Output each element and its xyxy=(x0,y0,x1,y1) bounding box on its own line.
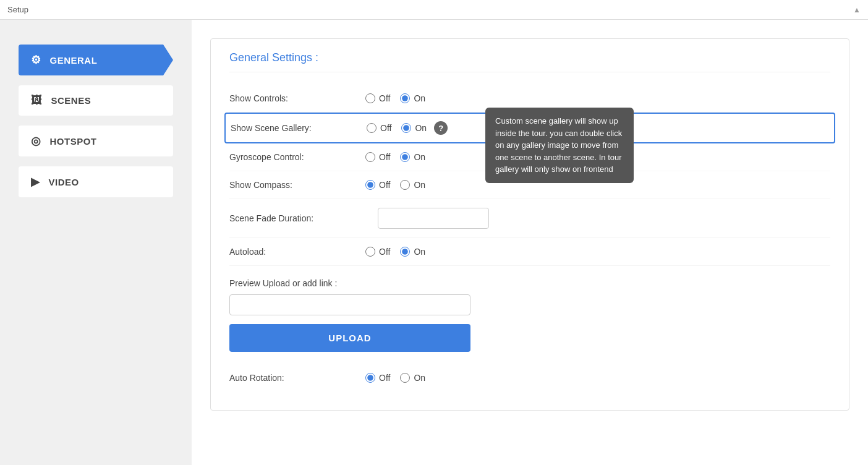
show-compass-off-radio[interactable] xyxy=(365,180,375,190)
app-title: Setup xyxy=(7,5,28,14)
show-compass-on-radio[interactable] xyxy=(400,180,410,190)
preview-upload-section: Preview Upload or add link : UPLOAD xyxy=(229,266,830,358)
auto-rotation-on-radio[interactable] xyxy=(400,373,410,383)
sidebar-label-scenes: SCENES xyxy=(51,95,91,106)
show-controls-on-label: On xyxy=(414,93,425,103)
fade-duration-label: Scene Fade Duration: xyxy=(229,213,365,223)
autoload-on-radio[interactable] xyxy=(400,247,410,257)
show-scene-gallery-on-label: On xyxy=(415,123,427,133)
gyroscope-off-radio[interactable] xyxy=(365,152,375,162)
scene-gallery-tooltip: Custom scene gallery will show up inside… xyxy=(485,108,634,183)
show-compass-label: Show Compass: xyxy=(229,180,365,190)
autoload-label: Autoload: xyxy=(229,247,365,257)
gyroscope-off-label: Off xyxy=(379,152,390,162)
sidebar-item-video[interactable]: ▶ VIDEO xyxy=(19,166,173,197)
sidebar-label-video: VIDEO xyxy=(49,177,79,187)
preview-upload-label: Preview Upload or add link : xyxy=(229,278,830,288)
gyroscope-off-option[interactable]: Off xyxy=(365,152,390,162)
gyroscope-label: Gyroscope Control: xyxy=(229,152,365,162)
target-icon: ◎ xyxy=(31,134,41,148)
show-compass-on-label: On xyxy=(414,180,425,190)
settings-card: General Settings : Show Controls: Off On xyxy=(210,38,849,411)
show-controls-radio-group: Off On xyxy=(365,93,425,103)
sidebar-label-hotspot: HOTSPOT xyxy=(50,136,97,147)
show-controls-off-radio[interactable] xyxy=(365,93,375,103)
upload-button[interactable]: UPLOAD xyxy=(229,324,470,352)
top-bar-arrow: ▲ xyxy=(853,6,861,14)
autoload-row: Autoload: Off On xyxy=(229,238,830,266)
gyroscope-on-radio[interactable] xyxy=(400,152,410,162)
autoload-off-radio[interactable] xyxy=(365,247,375,257)
auto-rotation-off-radio[interactable] xyxy=(365,373,375,383)
fade-duration-row: Scene Fade Duration: xyxy=(229,199,830,238)
preview-upload-input[interactable] xyxy=(229,294,470,315)
show-controls-on-radio[interactable] xyxy=(400,93,410,103)
autoload-on-label: On xyxy=(414,247,425,257)
show-controls-off-label: Off xyxy=(379,93,390,103)
show-scene-gallery-label: Show Scene Gallery: xyxy=(231,123,367,133)
auto-rotation-label: Auto Rotation: xyxy=(229,373,365,383)
gyroscope-on-label: On xyxy=(414,152,425,162)
image-icon: 🖼 xyxy=(31,94,43,107)
show-compass-off-label: Off xyxy=(379,180,390,190)
gyroscope-radio-group: Off On xyxy=(365,152,425,162)
auto-rotation-row: Auto Rotation: Off On xyxy=(229,364,830,391)
show-controls-label: Show Controls: xyxy=(229,93,365,103)
sidebar-item-scenes[interactable]: 🖼 SCENES xyxy=(19,85,173,116)
sidebar-label-general: GENERAL xyxy=(50,55,98,66)
gear-icon: ⚙ xyxy=(31,53,41,67)
auto-rotation-on-option[interactable]: On xyxy=(400,373,425,383)
sidebar-item-hotspot[interactable]: ◎ HOTSPOT xyxy=(19,126,173,156)
autoload-off-label: Off xyxy=(379,247,390,257)
show-scene-gallery-radio-group: Off On xyxy=(367,123,427,133)
show-scene-gallery-off-option[interactable]: Off xyxy=(367,123,391,133)
main-layout: ⚙ GENERAL 🖼 SCENES ◎ HOTSPOT ▶ VIDEO Gen… xyxy=(0,20,868,465)
auto-rotation-off-label: Off xyxy=(379,373,390,383)
show-controls-off-option[interactable]: Off xyxy=(365,93,390,103)
scene-gallery-help-icon[interactable]: ? xyxy=(434,121,448,135)
show-compass-off-option[interactable]: Off xyxy=(365,180,390,190)
show-scene-gallery-off-label: Off xyxy=(380,123,391,133)
sidebar-item-general[interactable]: ⚙ GENERAL xyxy=(19,45,173,75)
video-icon: ▶ xyxy=(31,175,40,189)
show-scene-gallery-off-radio[interactable] xyxy=(367,123,377,133)
auto-rotation-radio-group: Off On xyxy=(365,373,425,383)
settings-title: General Settings : xyxy=(229,51,830,72)
top-bar: Setup ▲ xyxy=(0,0,868,20)
show-scene-gallery-on-option[interactable]: On xyxy=(401,123,427,133)
show-controls-on-option[interactable]: On xyxy=(400,93,425,103)
autoload-off-option[interactable]: Off xyxy=(365,247,390,257)
show-scene-gallery-on-radio[interactable] xyxy=(401,123,411,133)
auto-rotation-off-option[interactable]: Off xyxy=(365,373,390,383)
show-scene-gallery-row: Show Scene Gallery: Off On ? Custom scen… xyxy=(224,113,835,143)
autoload-on-option[interactable]: On xyxy=(400,247,425,257)
show-compass-radio-group: Off On xyxy=(365,180,425,190)
preview-upload-input-row xyxy=(229,294,830,315)
content-area: General Settings : Show Controls: Off On xyxy=(192,20,868,465)
gyroscope-on-option[interactable]: On xyxy=(400,152,425,162)
auto-rotation-on-label: On xyxy=(414,373,425,383)
show-compass-on-option[interactable]: On xyxy=(400,180,425,190)
fade-duration-input[interactable] xyxy=(378,208,489,229)
sidebar: ⚙ GENERAL 🖼 SCENES ◎ HOTSPOT ▶ VIDEO xyxy=(0,20,192,465)
autoload-radio-group: Off On xyxy=(365,247,425,257)
